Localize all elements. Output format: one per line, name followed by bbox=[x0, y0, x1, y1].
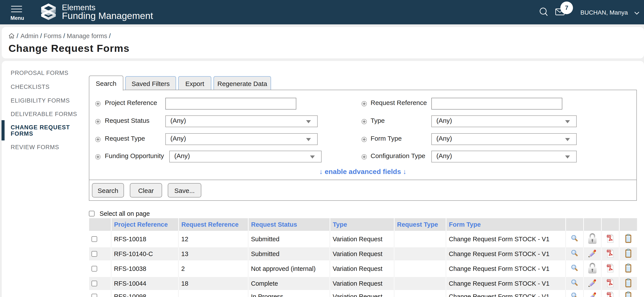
svg-text:PDF: PDF bbox=[608, 293, 611, 295]
svg-text:PDF: PDF bbox=[608, 280, 611, 282]
svg-text:PDF: PDF bbox=[608, 265, 611, 267]
svg-text:PDF: PDF bbox=[608, 235, 611, 237]
svg-text:PDF: PDF bbox=[608, 250, 611, 252]
